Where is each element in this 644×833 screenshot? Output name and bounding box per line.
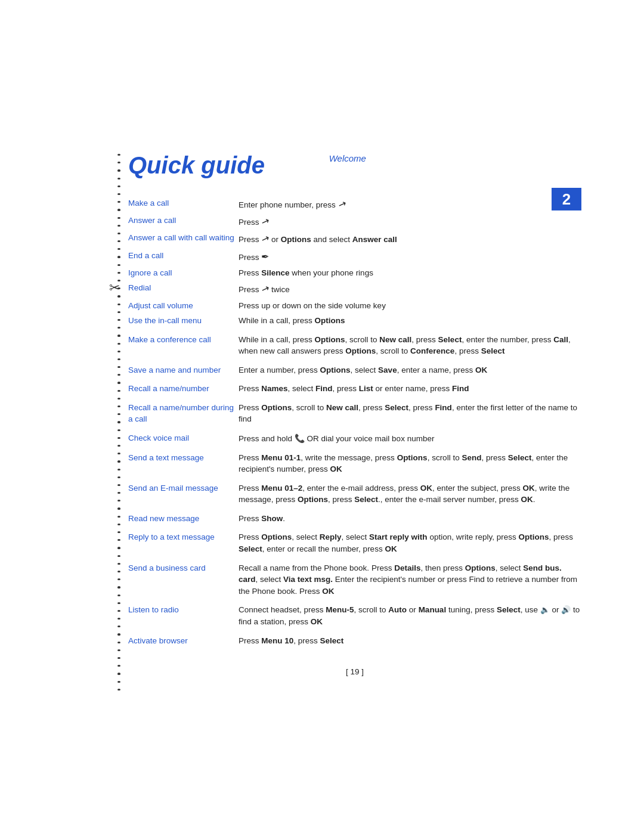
item-desc: Press ↗ or Options and select Answer cal… <box>239 230 581 247</box>
footer-page-number: [ 19 ] <box>346 667 364 676</box>
page: ✂ Quick guide Welcome 2 Make a call Ente… <box>0 0 644 833</box>
item-label: Listen to radio <box>128 602 239 629</box>
item-desc: Press Options, select Reply, select Star… <box>239 529 581 556</box>
item-label: Read new message <box>128 511 239 527</box>
table-row: Listen to radio Connect headset, press M… <box>128 602 581 629</box>
table-row: Ignore a call Press Silence when your ph… <box>128 265 581 281</box>
item-desc: While in a call, press Options, scroll t… <box>239 332 581 359</box>
item-label: End a call <box>128 248 239 265</box>
item-desc: Press ↗ <box>239 213 581 230</box>
item-label: Ignore a call <box>128 265 239 281</box>
table-row: Make a conference call While in a call, … <box>128 332 581 359</box>
table-row: Send an E-mail message Press Menu 01–2, … <box>128 481 581 507</box>
item-label: Reply to a text message <box>128 529 239 556</box>
item-desc: Press Silence when your phone rings <box>239 265 581 281</box>
table-row: Answer a call with call waiting Press ↗ … <box>128 230 581 247</box>
item-label: Make a conference call <box>128 332 239 359</box>
page-number: 2 <box>562 190 571 209</box>
page-number-box: 2 <box>552 188 581 210</box>
main-content: Quick guide Welcome 2 Make a call Enter … <box>128 152 581 676</box>
item-desc: Press ✒ <box>239 248 581 265</box>
item-desc: Enter phone number, press ↗ <box>239 196 581 213</box>
item-label: Recall a name/number <box>128 381 239 397</box>
item-desc: Connect headset, press Menu-5, scroll to… <box>239 602 581 629</box>
item-desc: While in a call, press Options <box>239 313 581 329</box>
dots-decoration <box>115 154 122 690</box>
table-row: Answer a call Press ↗ <box>128 213 581 230</box>
table-row: End a call Press ✒ <box>128 248 581 265</box>
page-title: Quick guide Welcome <box>128 152 265 179</box>
item-desc: Press Names, select Find, press List or … <box>239 381 581 397</box>
item-label: Answer a call with call waiting <box>128 230 239 247</box>
item-label: Make a call <box>128 196 239 213</box>
item-label: Adjust call volume <box>128 298 239 314</box>
item-label: Send a text message <box>128 450 239 477</box>
item-label: Use the in-call menu <box>128 313 239 329</box>
item-desc: Press Menu 01–2, enter the e-mail addres… <box>239 481 581 507</box>
table-row: Adjust call volume Press up or down on t… <box>128 298 581 314</box>
table-row: Use the in-call menu While in a call, pr… <box>128 313 581 329</box>
item-label: Activate browser <box>128 633 239 649</box>
table-row: Make a call Enter phone number, press ↗ <box>128 196 581 213</box>
table-row: Send a text message Press Menu 01-1, wri… <box>128 450 581 477</box>
item-desc: Press up or down on the side volume key <box>239 298 581 314</box>
item-label: Recall a name/number during a call <box>128 400 239 427</box>
table-row: Send a business card Recall a name from … <box>128 561 581 599</box>
table-row: Check voice mail Press and hold 📞 OR dia… <box>128 431 581 447</box>
item-label: Send a business card <box>128 561 239 599</box>
page-header: Quick guide Welcome <box>128 152 581 179</box>
table-row: Activate browser Press Menu 10, press Se… <box>128 633 581 649</box>
item-desc: Enter a number, press Options, select Sa… <box>239 363 581 378</box>
item-desc: Press Options, scroll to New call, press… <box>239 400 581 427</box>
table-row: Redial Press ↗ twice <box>128 280 581 298</box>
item-desc: Press Show. <box>239 511 581 527</box>
item-label: Send an E-mail message <box>128 481 239 507</box>
footer: [ 19 ] <box>128 667 581 676</box>
table-row: Recall a name/number Press Names, select… <box>128 381 581 397</box>
scissors-icon: ✂ <box>109 280 120 296</box>
welcome-text: Welcome <box>329 153 366 163</box>
item-desc: Press ↗ twice <box>239 280 581 298</box>
item-label: Answer a call <box>128 213 239 230</box>
item-desc: Press and hold 📞 OR dial your voice mail… <box>239 431 581 447</box>
item-label: Redial <box>128 280 239 298</box>
title-text: Quick guide <box>128 152 265 178</box>
quick-guide-table: Make a call Enter phone number, press ↗ … <box>128 196 581 648</box>
item-desc: Press Menu 01-1, write the message, pres… <box>239 450 581 477</box>
table-row: Recall a name/number during a call Press… <box>128 400 581 427</box>
table-row: Reply to a text message Press Options, s… <box>128 529 581 556</box>
item-label: Check voice mail <box>128 431 239 447</box>
table-row: Read new message Press Show. <box>128 511 581 527</box>
table-row: Save a name and number Enter a number, p… <box>128 363 581 378</box>
item-desc: Recall a name from the Phone book. Press… <box>239 561 581 599</box>
item-label: Save a name and number <box>128 363 239 378</box>
item-desc: Press Menu 10, press Select <box>239 633 581 649</box>
